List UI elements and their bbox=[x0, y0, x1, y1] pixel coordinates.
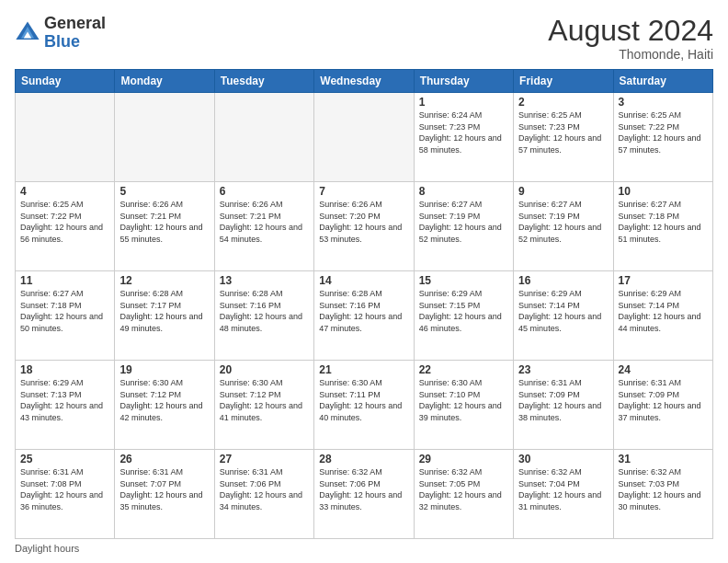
calendar-cell: 25Sunrise: 6:31 AMSunset: 7:08 PMDayligh… bbox=[16, 450, 115, 539]
day-info: Sunrise: 6:27 AMSunset: 7:18 PMDaylight:… bbox=[20, 288, 109, 334]
day-number: 9 bbox=[518, 185, 608, 198]
day-number: 4 bbox=[20, 185, 109, 198]
header: General Blue August 2024 Thomonde, Haiti bbox=[15, 15, 713, 62]
calendar-cell: 19Sunrise: 6:30 AMSunset: 7:12 PMDayligh… bbox=[115, 361, 214, 450]
day-header-sunday: Sunday bbox=[16, 70, 115, 93]
logo-blue-text: Blue bbox=[44, 33, 106, 52]
calendar-cell: 7Sunrise: 6:26 AMSunset: 7:20 PMDaylight… bbox=[314, 182, 414, 271]
day-number: 21 bbox=[319, 363, 408, 376]
day-info: Sunrise: 6:32 AMSunset: 7:04 PMDaylight:… bbox=[518, 466, 608, 512]
day-info: Sunrise: 6:30 AMSunset: 7:12 PMDaylight:… bbox=[220, 377, 309, 423]
day-number: 5 bbox=[119, 185, 209, 198]
day-info: Sunrise: 6:25 AMSunset: 7:23 PMDaylight:… bbox=[518, 109, 608, 155]
day-number: 6 bbox=[220, 185, 309, 198]
day-info: Sunrise: 6:28 AMSunset: 7:16 PMDaylight:… bbox=[220, 288, 309, 334]
day-number: 11 bbox=[20, 274, 109, 287]
day-number: 2 bbox=[518, 96, 608, 109]
calendar-cell: 4Sunrise: 6:25 AMSunset: 7:22 PMDaylight… bbox=[16, 182, 115, 271]
footer-note: Daylight hours bbox=[15, 543, 713, 554]
day-number: 13 bbox=[220, 274, 309, 287]
calendar-cell: 6Sunrise: 6:26 AMSunset: 7:21 PMDaylight… bbox=[214, 182, 313, 271]
calendar-cell: 17Sunrise: 6:29 AMSunset: 7:14 PMDayligh… bbox=[613, 271, 712, 361]
day-info: Sunrise: 6:30 AMSunset: 7:12 PMDaylight:… bbox=[119, 377, 209, 423]
day-info: Sunrise: 6:26 AMSunset: 7:21 PMDaylight:… bbox=[220, 199, 309, 245]
calendar-header-row: SundayMondayTuesdayWednesdayThursdayFrid… bbox=[16, 70, 713, 93]
calendar-cell: 16Sunrise: 6:29 AMSunset: 7:14 PMDayligh… bbox=[514, 271, 613, 361]
logo-text: General Blue bbox=[44, 15, 106, 52]
calendar-cell bbox=[214, 93, 313, 182]
location: Thomonde, Haiti bbox=[548, 47, 713, 62]
day-number: 26 bbox=[119, 453, 209, 465]
calendar-week-1: 4Sunrise: 6:25 AMSunset: 7:22 PMDaylight… bbox=[16, 182, 713, 271]
day-header-thursday: Thursday bbox=[414, 70, 513, 93]
day-info: Sunrise: 6:32 AMSunset: 7:05 PMDaylight:… bbox=[419, 466, 508, 512]
calendar-cell: 26Sunrise: 6:31 AMSunset: 7:07 PMDayligh… bbox=[115, 450, 214, 539]
calendar-cell: 23Sunrise: 6:31 AMSunset: 7:09 PMDayligh… bbox=[514, 361, 613, 450]
day-number: 18 bbox=[20, 363, 109, 376]
day-info: Sunrise: 6:28 AMSunset: 7:16 PMDaylight:… bbox=[319, 288, 408, 334]
calendar-cell: 1Sunrise: 6:24 AMSunset: 7:23 PMDaylight… bbox=[414, 93, 513, 182]
title-block: August 2024 Thomonde, Haiti bbox=[548, 15, 713, 62]
calendar-cell: 9Sunrise: 6:27 AMSunset: 7:19 PMDaylight… bbox=[514, 182, 613, 271]
calendar-cell: 31Sunrise: 6:32 AMSunset: 7:03 PMDayligh… bbox=[613, 450, 712, 539]
day-number: 16 bbox=[518, 274, 608, 287]
calendar-week-3: 18Sunrise: 6:29 AMSunset: 7:13 PMDayligh… bbox=[16, 361, 713, 450]
calendar-cell: 3Sunrise: 6:25 AMSunset: 7:22 PMDaylight… bbox=[613, 93, 712, 182]
day-info: Sunrise: 6:24 AMSunset: 7:23 PMDaylight:… bbox=[419, 109, 508, 155]
day-info: Sunrise: 6:28 AMSunset: 7:17 PMDaylight:… bbox=[119, 288, 209, 334]
logo-general-text: General bbox=[44, 15, 106, 33]
day-info: Sunrise: 6:31 AMSunset: 7:07 PMDaylight:… bbox=[119, 466, 209, 512]
day-number: 12 bbox=[119, 274, 209, 287]
calendar-cell bbox=[115, 93, 214, 182]
day-info: Sunrise: 6:29 AMSunset: 7:14 PMDaylight:… bbox=[518, 288, 608, 334]
day-number: 15 bbox=[419, 274, 508, 287]
day-header-monday: Monday bbox=[115, 70, 214, 93]
day-info: Sunrise: 6:26 AMSunset: 7:21 PMDaylight:… bbox=[119, 199, 209, 245]
day-number: 27 bbox=[220, 453, 309, 465]
calendar-week-4: 25Sunrise: 6:31 AMSunset: 7:08 PMDayligh… bbox=[16, 450, 713, 539]
day-info: Sunrise: 6:31 AMSunset: 7:09 PMDaylight:… bbox=[619, 377, 708, 423]
day-info: Sunrise: 6:29 AMSunset: 7:15 PMDaylight:… bbox=[419, 288, 508, 334]
logo: General Blue bbox=[15, 15, 106, 52]
day-info: Sunrise: 6:32 AMSunset: 7:03 PMDaylight:… bbox=[619, 466, 708, 512]
day-number: 23 bbox=[518, 363, 608, 376]
calendar-cell: 12Sunrise: 6:28 AMSunset: 7:17 PMDayligh… bbox=[115, 271, 214, 361]
calendar-cell: 13Sunrise: 6:28 AMSunset: 7:16 PMDayligh… bbox=[214, 271, 313, 361]
day-info: Sunrise: 6:31 AMSunset: 7:08 PMDaylight:… bbox=[20, 466, 109, 512]
logo-icon bbox=[15, 20, 40, 46]
calendar-week-2: 11Sunrise: 6:27 AMSunset: 7:18 PMDayligh… bbox=[16, 271, 713, 361]
month-year: August 2024 bbox=[548, 15, 713, 47]
day-info: Sunrise: 6:30 AMSunset: 7:11 PMDaylight:… bbox=[319, 377, 408, 423]
day-number: 1 bbox=[419, 96, 508, 109]
calendar-cell: 29Sunrise: 6:32 AMSunset: 7:05 PMDayligh… bbox=[414, 450, 513, 539]
calendar-cell: 5Sunrise: 6:26 AMSunset: 7:21 PMDaylight… bbox=[115, 182, 214, 271]
calendar-cell: 2Sunrise: 6:25 AMSunset: 7:23 PMDaylight… bbox=[514, 93, 613, 182]
day-header-wednesday: Wednesday bbox=[314, 70, 414, 93]
calendar-cell: 10Sunrise: 6:27 AMSunset: 7:18 PMDayligh… bbox=[613, 182, 712, 271]
day-number: 8 bbox=[419, 185, 508, 198]
day-info: Sunrise: 6:25 AMSunset: 7:22 PMDaylight:… bbox=[619, 109, 708, 155]
calendar-cell: 11Sunrise: 6:27 AMSunset: 7:18 PMDayligh… bbox=[16, 271, 115, 361]
day-info: Sunrise: 6:25 AMSunset: 7:22 PMDaylight:… bbox=[20, 199, 109, 245]
day-info: Sunrise: 6:32 AMSunset: 7:06 PMDaylight:… bbox=[319, 466, 408, 512]
day-info: Sunrise: 6:30 AMSunset: 7:10 PMDaylight:… bbox=[419, 377, 508, 423]
day-header-tuesday: Tuesday bbox=[214, 70, 313, 93]
day-number: 29 bbox=[419, 453, 508, 465]
calendar-cell bbox=[16, 93, 115, 182]
day-number: 14 bbox=[319, 274, 408, 287]
calendar-cell: 20Sunrise: 6:30 AMSunset: 7:12 PMDayligh… bbox=[214, 361, 313, 450]
day-info: Sunrise: 6:27 AMSunset: 7:19 PMDaylight:… bbox=[419, 199, 508, 245]
calendar-cell: 27Sunrise: 6:31 AMSunset: 7:06 PMDayligh… bbox=[214, 450, 313, 539]
day-info: Sunrise: 6:27 AMSunset: 7:18 PMDaylight:… bbox=[619, 199, 708, 245]
page: General Blue August 2024 Thomonde, Haiti… bbox=[0, 0, 728, 563]
day-number: 7 bbox=[319, 185, 408, 198]
calendar-cell: 21Sunrise: 6:30 AMSunset: 7:11 PMDayligh… bbox=[314, 361, 414, 450]
day-info: Sunrise: 6:31 AMSunset: 7:06 PMDaylight:… bbox=[220, 466, 309, 512]
day-info: Sunrise: 6:27 AMSunset: 7:19 PMDaylight:… bbox=[518, 199, 608, 245]
day-info: Sunrise: 6:29 AMSunset: 7:13 PMDaylight:… bbox=[20, 377, 109, 423]
day-info: Sunrise: 6:29 AMSunset: 7:14 PMDaylight:… bbox=[619, 288, 708, 334]
day-number: 25 bbox=[20, 453, 109, 465]
day-number: 17 bbox=[619, 274, 708, 287]
calendar-table: SundayMondayTuesdayWednesdayThursdayFrid… bbox=[15, 69, 713, 539]
day-number: 31 bbox=[619, 453, 708, 465]
